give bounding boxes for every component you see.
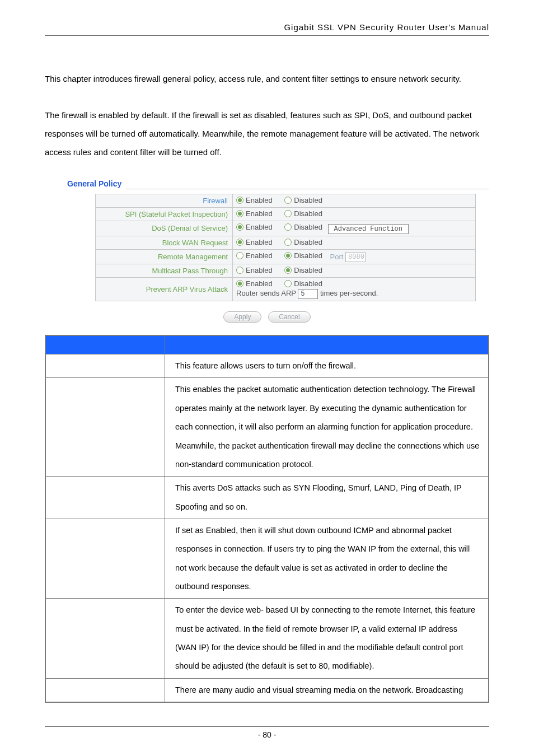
desc-row1-label [45,354,165,378]
row-arp-options: Enabled Disabled Router sends ARP 5 time… [233,278,476,301]
row-remote-options: Enabled Disabled Port 8080 [233,249,476,264]
radio-label: Enabled [246,196,273,204]
dos-disabled-radio[interactable]: Disabled [284,223,322,231]
apply-button[interactable]: Apply [223,311,261,323]
desc-header-left [45,335,165,354]
row-dos-label: DoS (Denial of Service) [96,221,233,236]
radio-label: Enabled [246,223,273,231]
row-dos-options: Enabled Disabled Advanced Function [233,221,476,236]
port-prefix: Port [330,253,344,261]
arp-enabled-radio[interactable]: Enabled [236,279,273,288]
row-remote-label: Remote Management [96,249,233,264]
desc-row5-label [45,599,165,678]
radio-selected-icon [236,197,243,204]
dos-enabled-radio[interactable]: Enabled [236,223,273,231]
multicast-enabled-radio[interactable]: Enabled [236,266,273,274]
general-policy-table: Firewall Enabled Disabled SPI (Stateful … [95,194,476,301]
radio-empty-icon [284,197,292,204]
firewall-disabled-radio[interactable]: Disabled [284,196,322,204]
intro-paragraph-1: This chapter introduces firewall general… [45,69,489,88]
remote-disabled-radio[interactable]: Disabled [284,251,322,260]
desc-row2-text: This enables the packet automatic authen… [165,378,489,477]
radio-label: Enabled [246,266,273,274]
row-spi-label: SPI (Stateful Packet Inspection) [96,208,233,221]
row-spi-options: Enabled Disabled [233,208,476,221]
multicast-disabled-radio[interactable]: Disabled [284,266,322,274]
radio-selected-icon [236,210,243,217]
radio-label: Disabled [294,266,322,274]
radio-empty-icon [236,267,243,274]
radio-label: Enabled [246,279,273,288]
radio-label: Disabled [294,196,322,204]
row-arp-label: Prevent ARP Virus Attack [96,278,233,301]
radio-label: Enabled [246,251,273,260]
remote-enabled-radio[interactable]: Enabled [236,251,273,260]
radio-empty-icon [284,210,292,217]
desc-row5-text: To enter the device web- based UI by con… [165,599,489,678]
advanced-function-button[interactable]: Advanced Function [328,224,409,234]
row-firewall-options: Enabled Disabled [233,194,476,208]
radio-selected-icon [284,252,292,259]
blockwan-enabled-radio[interactable]: Enabled [236,238,273,246]
radio-empty-icon [284,223,292,231]
radio-label: Disabled [294,223,322,231]
radio-label: Disabled [294,251,322,260]
desc-row4-text: If set as Enabled, then it will shut dow… [165,519,489,598]
radio-label: Enabled [246,209,273,218]
radio-label: Disabled [294,279,322,288]
page-header: Gigabit SSL VPN Security Router User's M… [45,22,489,36]
desc-row4-label [45,519,165,598]
radio-label: Disabled [294,209,322,218]
radio-selected-icon [284,267,292,274]
radio-label: Enabled [246,238,273,246]
desc-row6-label [45,678,165,702]
radio-empty-icon [284,280,292,287]
arp-disabled-radio[interactable]: Disabled [284,279,322,288]
firewall-enabled-radio[interactable]: Enabled [236,196,273,204]
section-title-general-policy: General Policy [67,179,121,190]
row-firewall-label: Firewall [96,194,233,208]
description-table: This feature allows users to turn on/off… [45,335,489,703]
arp-rate-input[interactable]: 5 [298,289,318,299]
desc-row3-label [45,477,165,519]
radio-selected-icon [236,223,243,231]
remote-port-input[interactable]: 8080 [345,252,366,262]
desc-row3-text: This averts DoS attacks such as SYN Floo… [165,477,489,519]
row-blockwan-label: Block WAN Request [96,236,233,249]
radio-label: Disabled [294,238,322,246]
arp-unit-text: times per-second. [320,290,378,298]
cancel-button[interactable]: Cancel [268,311,310,323]
desc-row2-label [45,378,165,477]
spi-enabled-radio[interactable]: Enabled [236,209,273,218]
page-footer: - 80 - [45,726,489,739]
row-blockwan-options: Enabled Disabled [233,236,476,249]
radio-selected-icon [236,239,243,246]
radio-empty-icon [236,252,243,259]
row-multicast-options: Enabled Disabled [233,264,476,278]
spi-disabled-radio[interactable]: Disabled [284,209,322,218]
intro-paragraph-2: The firewall is enabled by default. If t… [45,106,489,161]
section-divider [125,189,489,189]
desc-row6-text: There are many audio and visual streamin… [165,678,489,702]
row-multicast-label: Multicast Pass Through [96,264,233,278]
arp-sends-text: Router sends ARP [236,290,296,298]
desc-header-right [165,335,489,354]
desc-row1-text: This feature allows users to turn on/off… [165,354,489,378]
radio-empty-icon [284,239,292,246]
radio-selected-icon [236,280,243,287]
blockwan-disabled-radio[interactable]: Disabled [284,238,322,246]
